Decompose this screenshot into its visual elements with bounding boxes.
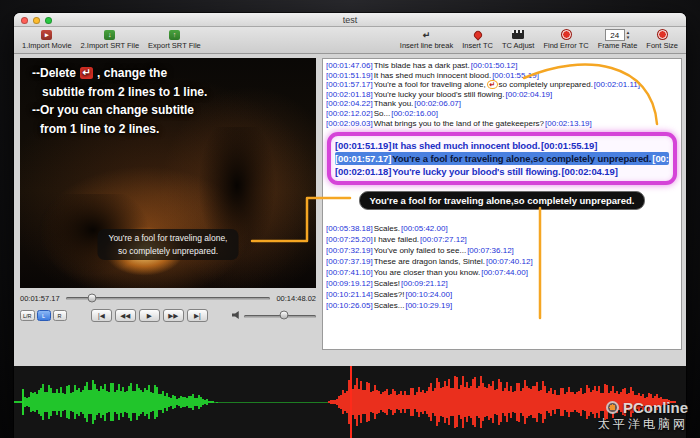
watermark-logo-icon (606, 401, 619, 414)
frame-rate-label: Frame Rate (598, 41, 638, 50)
subtitle-row[interactable]: [00:01:51.19]It has shed much innocent b… (326, 71, 678, 81)
subtitle-row[interactable]: [00:07:41.10]You are closer than you kno… (326, 267, 678, 278)
waveform-start-marker (22, 389, 24, 415)
subtitle-row[interactable]: [00:10:26.05]Scales...[00:10:29.19] (326, 300, 678, 311)
video-column: --Delete ↵ , change thesubtitle from 2 l… (18, 58, 318, 360)
subtitle-row[interactable]: [00:09:19.12]Scales![00:09:21.12] (326, 278, 678, 289)
volume-slider-knob[interactable] (279, 311, 288, 320)
import-srt-button[interactable]: ↓ 2.Import SRT File (81, 29, 140, 50)
title-bar: test (14, 13, 686, 27)
subtitle-row[interactable]: [00:02:04.22]Thank you.[00:02:06.07] (326, 99, 678, 109)
find-error-tc-button[interactable]: Find Error TC (543, 29, 588, 50)
volume-slider[interactable] (244, 310, 316, 320)
subtitle-row[interactable]: [00:07:25.20]I have failed.[00:07:27.12] (326, 234, 678, 245)
export-srt-button[interactable]: ↑ Export SRT File (148, 29, 201, 50)
insert-tc-button[interactable]: Insert TC (462, 29, 493, 50)
import-movie-button[interactable]: ▸ 1.Import Movie (22, 29, 72, 50)
highlighted-subtitle-rows: [00:01:51.19]It has shed much innocent b… (335, 139, 669, 178)
subtitle-row[interactable]: [00:07:32.19]You've only failed to see..… (326, 245, 678, 256)
toolbar: ▸ 1.Import Movie ↓ 2.Import SRT File ↑ E… (14, 27, 686, 54)
channel-lr-button[interactable]: L/R (20, 310, 35, 321)
watermark: PConline 太平洋电脑网 (598, 399, 688, 433)
font-size-icon (658, 30, 667, 39)
export-srt-icon: ↑ (169, 30, 180, 40)
red-dot-icon (562, 30, 571, 39)
volume-control (232, 310, 316, 320)
channel-r-button[interactable]: R (53, 310, 67, 321)
return-key-icon: ↵ (80, 67, 92, 79)
watermark-brand: PConline (623, 399, 688, 416)
subtitle-row[interactable]: [00:02:01.18]You're lucky your blood's s… (335, 165, 669, 178)
waveform-playhead[interactable] (350, 366, 352, 438)
audio-waveform[interactable] (14, 366, 686, 438)
app-window: test ▸ 1.Import Movie ↓ 2.Import SRT Fil… (14, 13, 686, 438)
import-movie-icon: ▸ (41, 30, 52, 40)
timeline-row: 00:01:57.17 00:14:48.02 (18, 292, 318, 304)
transport-bar: L/RLR |◀◀◀▶▶▶▶| (18, 307, 318, 323)
subtitle-row[interactable]: [00:02:09.03]What brings you to the land… (326, 119, 678, 129)
import-srt-icon: ↓ (104, 30, 115, 40)
previous-button[interactable]: |◀ (91, 309, 112, 322)
desktop-background: test ▸ 1.Import Movie ↓ 2.Import SRT Fil… (0, 0, 700, 438)
subtitle-row[interactable]: [00:07:37.19]These are dragon lands, Sin… (326, 256, 678, 267)
subtitle-row[interactable]: [00:02:12.02]So...[00:02:16.00] (326, 109, 678, 119)
line-break-icon: ↵ (487, 80, 498, 89)
pin-icon (472, 29, 483, 40)
subtitle-row[interactable]: [00:01:47.06]This blade has a dark past.… (326, 61, 678, 71)
watermark-cn-text: 太平洋电脑网 (598, 416, 688, 433)
current-time-label: 00:01:57.17 (20, 294, 60, 303)
play-button[interactable]: ▶ (139, 309, 160, 322)
subtitle-row[interactable]: [00:01:57.17]You're a fool for traveling… (326, 80, 678, 90)
insert-line-break-button[interactable]: ↵ Insert line break (400, 29, 453, 50)
minimize-button[interactable] (33, 17, 40, 24)
frame-rate-stepper[interactable]: ▲▼ (626, 30, 630, 40)
subtitle-row[interactable]: [00:02:01.18]You're lucky your blood's s… (326, 90, 678, 100)
font-size-button[interactable]: Font Size (646, 29, 678, 50)
video-subtitle-overlay: You're a fool for traveling alone,so com… (98, 229, 239, 260)
subtitle-list-panel: [00:01:47.06]This blade has a dark past.… (322, 58, 682, 350)
transport-button-group: |◀◀◀▶▶▶▶| (91, 309, 208, 322)
subtitle-row[interactable]: [00:05:38.18]Scales.[00:05:42.00] (326, 223, 678, 234)
clapperboard-icon (512, 30, 524, 39)
frame-rate-value[interactable]: 24 (605, 29, 625, 41)
subtitle-list-top: [00:01:47.06]This blade has a dark past.… (326, 61, 678, 128)
seek-slider[interactable] (66, 292, 271, 304)
total-time-label: 00:14:48.02 (276, 294, 316, 303)
merged-subtitle-tooltip: You're a fool for traveling alone,so com… (359, 191, 646, 210)
subtitle-list-bottom: [00:05:38.18]Scales.[00:05:42.00][00:07:… (326, 223, 678, 311)
zoom-highlight-panel: [00:01:51.19]It has shed much innocent b… (327, 132, 677, 185)
window-title: test (14, 13, 686, 27)
seek-slider-knob[interactable] (88, 294, 97, 303)
subtitle-row[interactable]: [00:10:21.14]Scales?![00:10:24.00] (326, 289, 678, 300)
frame-rate-control: 24 ▲▼ Frame Rate (598, 29, 638, 50)
rewind-button[interactable]: ◀◀ (115, 309, 136, 322)
video-player[interactable]: --Delete ↵ , change thesubtitle from 2 l… (20, 58, 316, 288)
speaker-icon (232, 311, 241, 320)
tc-adjust-button[interactable]: TC Adjust (502, 29, 535, 50)
channel-button-group: L/RLR (20, 310, 67, 321)
next-button[interactable]: ▶| (187, 309, 208, 322)
font-size-label: Font Size (646, 41, 678, 50)
zoom-button[interactable] (45, 17, 52, 24)
tutorial-annotation-text: --Delete ↵ , change thesubtitle from 2 l… (32, 64, 312, 138)
channel-l-button[interactable]: L (37, 310, 51, 321)
line-break-icon: ↵ (423, 29, 431, 40)
subtitle-row[interactable]: [00:01:57.17]You're a fool for traveling… (335, 152, 669, 165)
main-content: --Delete ↵ , change thesubtitle from 2 l… (14, 54, 686, 360)
close-button[interactable] (21, 17, 28, 24)
forward-button[interactable]: ▶▶ (163, 309, 184, 322)
subtitle-row[interactable]: [00:01:51.19]It has shed much innocent b… (335, 139, 669, 152)
